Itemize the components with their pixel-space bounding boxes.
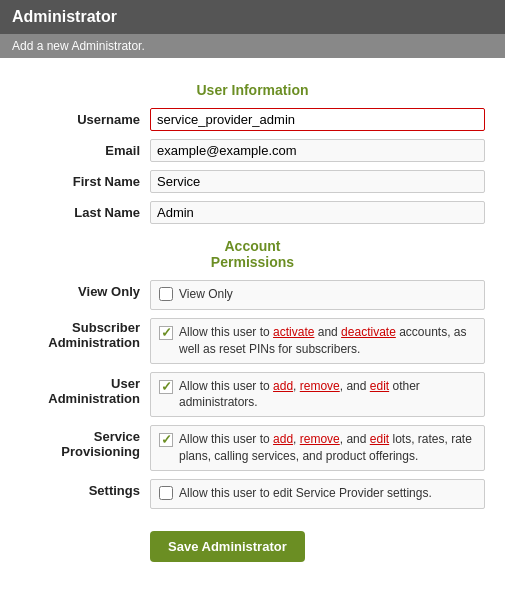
subscriber-admin-label: SubscriberAdministration [20, 318, 150, 350]
service-provisioning-row: Service Provisioning Allow this user to … [20, 425, 485, 471]
service-provisioning-checkbox-wrap[interactable] [159, 432, 173, 450]
lastname-row: Last Name [20, 201, 485, 224]
user-info-section-title: User Information [20, 82, 485, 98]
firstname-label: First Name [20, 170, 150, 189]
page-header: Administrator [0, 0, 505, 34]
save-button-wrap: Save Administrator [20, 517, 485, 562]
username-input[interactable] [150, 108, 485, 131]
email-row: Email [20, 139, 485, 162]
settings-description: Allow this user to edit Service Provider… [179, 485, 432, 502]
email-input[interactable] [150, 139, 485, 162]
subscriber-admin-row: SubscriberAdministration Allow this user… [20, 318, 485, 364]
settings-checkbox-wrap[interactable] [159, 486, 173, 503]
username-row: Username [20, 108, 485, 131]
settings-checkbox[interactable] [159, 486, 173, 500]
main-content: User Information Username Email First Na… [0, 58, 505, 582]
lastname-field-wrap [150, 201, 485, 224]
lastname-label: Last Name [20, 201, 150, 220]
username-label: Username [20, 108, 150, 127]
user-admin-checkbox[interactable] [159, 380, 173, 394]
user-admin-field-wrap: Allow this user to add, remove, and edit… [150, 372, 485, 418]
view-only-field-wrap: View Only [150, 280, 485, 310]
firstname-field-wrap [150, 170, 485, 193]
lastname-input[interactable] [150, 201, 485, 224]
account-permissions-section-title: AccountPermissions [20, 238, 485, 270]
page-subtitle: Add a new Administrator. [12, 39, 145, 53]
view-only-permission-box[interactable]: View Only [150, 280, 485, 310]
settings-field-wrap: Allow this user to edit Service Provider… [150, 479, 485, 509]
user-admin-row: User Administration Allow this user to a… [20, 372, 485, 418]
email-field-wrap [150, 139, 485, 162]
user-admin-checkbox-wrap[interactable] [159, 379, 173, 397]
user-admin-description: Allow this user to add, remove, and edit… [179, 378, 476, 412]
subscriber-admin-checkbox-wrap[interactable] [159, 325, 173, 343]
page-subheader: Add a new Administrator. [0, 34, 505, 58]
save-button[interactable]: Save Administrator [150, 531, 305, 562]
firstname-row: First Name [20, 170, 485, 193]
view-only-checkbox-wrap[interactable] [159, 287, 173, 304]
settings-row: Settings Allow this user to edit Service… [20, 479, 485, 509]
service-provisioning-field-wrap: Allow this user to add, remove, and edit… [150, 425, 485, 471]
service-provisioning-description: Allow this user to add, remove, and edit… [179, 431, 476, 465]
settings-permission-box[interactable]: Allow this user to edit Service Provider… [150, 479, 485, 509]
settings-label: Settings [20, 479, 150, 498]
view-only-checkbox[interactable] [159, 287, 173, 301]
service-provisioning-permission-box[interactable]: Allow this user to add, remove, and edit… [150, 425, 485, 471]
subscriber-admin-permission-box[interactable]: Allow this user to activate and deactiva… [150, 318, 485, 364]
view-only-description: View Only [179, 286, 233, 303]
subscriber-admin-description: Allow this user to activate and deactiva… [179, 324, 476, 358]
service-provisioning-checkbox[interactable] [159, 433, 173, 447]
view-only-label: View Only [20, 280, 150, 299]
user-admin-permission-box[interactable]: Allow this user to add, remove, and edit… [150, 372, 485, 418]
service-provisioning-label: Service Provisioning [20, 425, 150, 459]
subscriber-admin-checkbox[interactable] [159, 326, 173, 340]
email-label: Email [20, 139, 150, 158]
page-title: Administrator [12, 8, 493, 26]
username-field-wrap [150, 108, 485, 131]
firstname-input[interactable] [150, 170, 485, 193]
subscriber-admin-field-wrap: Allow this user to activate and deactiva… [150, 318, 485, 364]
view-only-row: View Only View Only [20, 280, 485, 310]
user-admin-label: User Administration [20, 372, 150, 406]
